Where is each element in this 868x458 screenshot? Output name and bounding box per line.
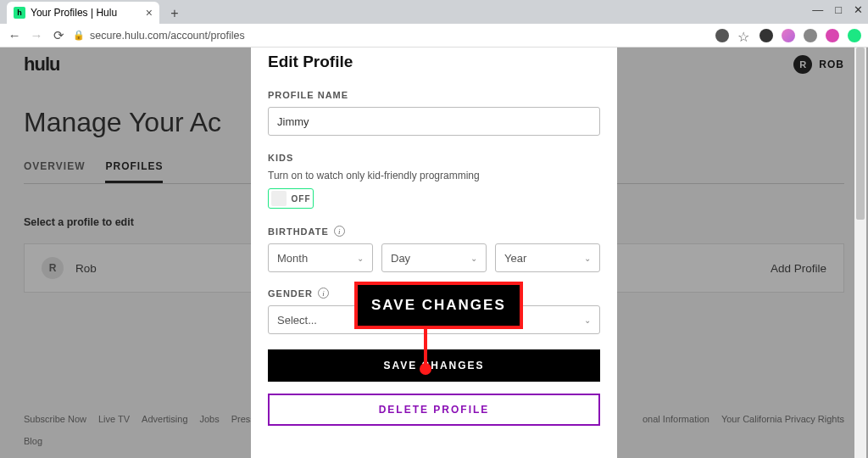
edit-profile-modal: Edit Profile PROFILE NAME KIDS Turn on t…	[251, 47, 617, 458]
toggle-state: OFF	[289, 194, 313, 204]
scrollbar[interactable]	[854, 47, 866, 458]
extension-icon[interactable]	[804, 29, 817, 42]
annotation-callout: SAVE CHANGES	[354, 331, 523, 378]
chevron-down-icon: ⌄	[357, 254, 364, 263]
year-value: Year	[504, 252, 526, 265]
forward-button[interactable]: →	[29, 28, 44, 43]
close-window-icon[interactable]: ✕	[854, 3, 863, 16]
profile-name-label: PROFILE NAME	[268, 90, 600, 100]
url-text: secure.hulu.com/account/profiles	[90, 30, 245, 42]
kids-label: KIDS	[268, 153, 600, 163]
toggle-knob	[271, 191, 287, 206]
callout-connector	[424, 329, 427, 366]
kids-toggle[interactable]: OFF	[268, 188, 314, 209]
month-value: Month	[277, 252, 308, 265]
year-select[interactable]: Year⌄	[495, 243, 600, 272]
reload-button[interactable]: ⟳	[51, 28, 66, 43]
callout-label: SAVE CHANGES	[354, 282, 523, 329]
delete-profile-button[interactable]: DELETE PROFILE	[268, 394, 600, 426]
window-controls: — □ ✕	[812, 3, 863, 16]
profile-name-input[interactable]	[268, 107, 600, 136]
month-select[interactable]: Month⌄	[268, 243, 373, 272]
address-bar: ← → ⟳ 🔒 secure.hulu.com/account/profiles…	[0, 24, 868, 47]
kids-help-text: Turn on to watch only kid-friendly progr…	[268, 170, 600, 182]
extension-icon[interactable]	[826, 29, 839, 42]
birthdate-selects: Month⌄ Day⌄ Year⌄	[268, 243, 600, 272]
maximize-icon[interactable]: □	[835, 3, 842, 16]
back-button[interactable]: ←	[7, 28, 22, 43]
chevron-down-icon: ⌄	[470, 254, 477, 263]
new-tab-button[interactable]: +	[164, 3, 185, 24]
gender-label: GENDER	[268, 288, 313, 299]
chevron-down-icon: ⌄	[584, 254, 591, 263]
birthdate-label: BIRTHDATE	[268, 226, 329, 237]
info-icon[interactable]: i	[334, 226, 345, 237]
modal-title: Edit Profile	[268, 53, 600, 71]
chevron-down-icon: ⌄	[584, 316, 591, 325]
scrollbar-thumb[interactable]	[856, 47, 865, 220]
info-icon[interactable]: i	[318, 288, 329, 299]
tab-bar: h Your Profiles | Hulu × +	[0, 0, 868, 24]
hulu-favicon: h	[14, 7, 25, 19]
extension-icon[interactable]	[715, 29, 729, 42]
day-select[interactable]: Day⌄	[381, 243, 487, 272]
day-value: Day	[391, 252, 410, 265]
callout-pointer	[420, 363, 431, 375]
gender-value: Select...	[277, 314, 317, 327]
browser-tab[interactable]: h Your Profiles | Hulu ×	[7, 2, 159, 24]
browser-chrome: h Your Profiles | Hulu × + ← → ⟳ 🔒 secur…	[0, 0, 868, 47]
close-tab-icon[interactable]: ×	[146, 6, 153, 20]
extension-icon[interactable]	[782, 29, 795, 42]
extension-icon[interactable]	[760, 29, 773, 42]
lock-icon: 🔒	[73, 30, 85, 41]
minimize-icon[interactable]: —	[812, 3, 823, 16]
url-display[interactable]: 🔒 secure.hulu.com/account/profiles	[73, 30, 709, 42]
extension-icons: ☆	[715, 29, 861, 42]
tab-title: Your Profiles | Hulu	[31, 7, 117, 19]
extension-icon[interactable]	[848, 29, 861, 42]
bookmark-star-icon[interactable]: ☆	[737, 29, 751, 42]
